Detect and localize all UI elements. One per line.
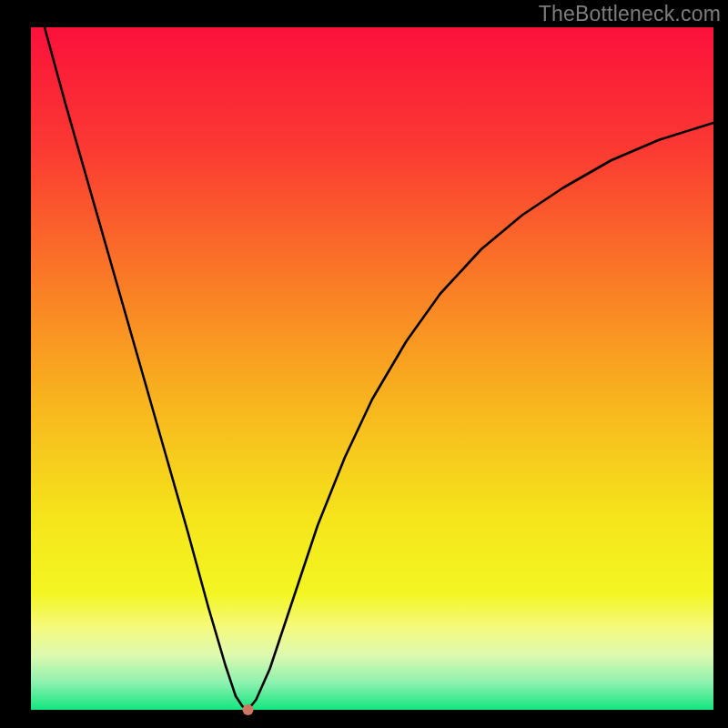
attribution-text: TheBottleneck.com [539,2,721,26]
plot-background [31,27,713,710]
chart-container: TheBottleneck.com [0,0,728,728]
bottleneck-chart [0,0,728,728]
optimal-point-marker [243,704,254,715]
